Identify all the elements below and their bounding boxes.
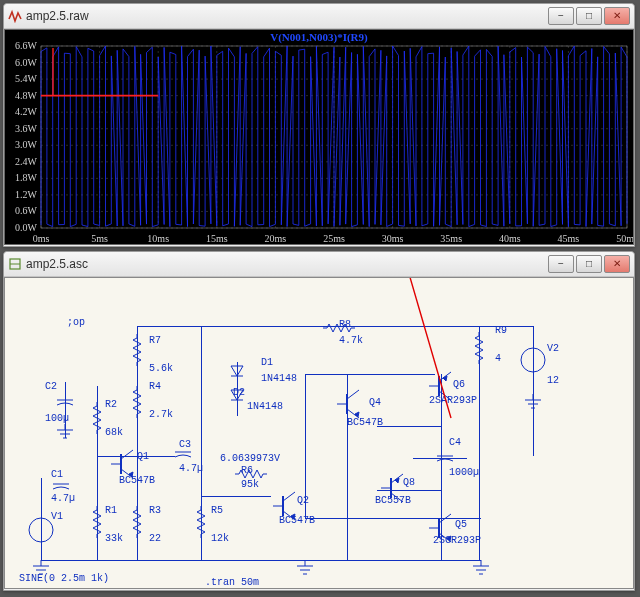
- val-r7: 5.6k: [149, 364, 173, 374]
- val-c4: 1000µ: [449, 468, 479, 478]
- val-q6: 2SAR293P: [429, 396, 477, 406]
- schematic-svg: [5, 278, 633, 589]
- val-r3: 22: [149, 534, 161, 544]
- svg-text:0ms: 0ms: [33, 233, 50, 244]
- ref-c1: C1: [51, 470, 63, 480]
- ref-q2: Q2: [297, 496, 309, 506]
- maximize-button[interactable]: □: [576, 255, 602, 273]
- ref-d1: D1: [261, 358, 273, 368]
- val-r2: 68k: [105, 428, 123, 438]
- ref-r8: R8: [339, 320, 351, 330]
- svg-text:50ms: 50ms: [616, 233, 633, 244]
- svg-text:6.6W: 6.6W: [15, 40, 38, 51]
- ref-r2: R2: [105, 400, 117, 410]
- val-r6: 95k: [241, 480, 259, 490]
- val-q5: 2SCR293P: [433, 536, 481, 546]
- svg-text:1.8W: 1.8W: [15, 172, 38, 183]
- svg-text:V(N001,N003)*I(R9): V(N001,N003)*I(R9): [270, 31, 368, 44]
- val-r9: 4: [495, 354, 501, 364]
- ref-q1: Q1: [137, 452, 149, 462]
- plot-svg: 6.6W6.0W5.4W4.8W4.2W3.6W3.0W2.4W1.8W1.2W…: [5, 30, 633, 244]
- val-r4: 2.7k: [149, 410, 173, 420]
- schematic-titlebar[interactable]: amp2.5.asc − □ ✕: [4, 252, 634, 277]
- svg-line-64: [121, 450, 133, 459]
- svg-text:1.2W: 1.2W: [15, 189, 38, 200]
- svg-line-72: [347, 390, 359, 399]
- plot-canvas[interactable]: 6.6W6.0W5.4W4.8W4.2W3.6W3.0W2.4W1.8W1.2W…: [4, 29, 634, 245]
- svg-text:2.4W: 2.4W: [15, 156, 38, 167]
- ref-v2: V2: [547, 344, 559, 354]
- svg-point-86: [29, 518, 53, 542]
- schematic-icon: [8, 257, 22, 271]
- val-r8: 4.7k: [339, 336, 363, 346]
- val-r5: 12k: [211, 534, 229, 544]
- val-r1: 33k: [105, 534, 123, 544]
- ref-d2: D2: [233, 388, 245, 398]
- svg-text:5ms: 5ms: [91, 233, 108, 244]
- minimize-button[interactable]: −: [548, 7, 574, 25]
- ref-r6: R6: [241, 466, 253, 476]
- val-q8: BC557B: [375, 496, 411, 506]
- svg-text:4.2W: 4.2W: [15, 106, 38, 117]
- ref-r7: R7: [149, 336, 161, 346]
- val-q2: BC547B: [279, 516, 315, 526]
- val-c2: 100µ: [45, 414, 69, 424]
- ref-r4: R4: [149, 382, 161, 392]
- ref-r1: R1: [105, 506, 117, 516]
- schematic-title: amp2.5.asc: [26, 257, 548, 271]
- schematic-canvas[interactable]: ;op .tran 50m 6.0639973V SINE(0 2.5m 1k)…: [4, 277, 634, 589]
- svg-text:6.0W: 6.0W: [15, 57, 38, 68]
- svg-text:0.0W: 0.0W: [15, 222, 38, 233]
- svg-text:3.0W: 3.0W: [15, 139, 38, 150]
- ref-q5: Q5: [455, 520, 467, 530]
- svg-line-68: [283, 492, 295, 501]
- svg-text:25ms: 25ms: [323, 233, 345, 244]
- val-q1: BC547B: [119, 476, 155, 486]
- val-d1: 1N4148: [261, 374, 297, 384]
- plot-titlebar[interactable]: amp2.5.raw − □ ✕: [4, 4, 634, 29]
- svg-text:10ms: 10ms: [147, 233, 169, 244]
- svg-text:15ms: 15ms: [206, 233, 228, 244]
- waveform-icon: [8, 9, 22, 23]
- plot-window[interactable]: amp2.5.raw − □ ✕ 6.6W6.0W5.4W4.8W4.2W3.6…: [3, 3, 635, 247]
- val-c3: 4.7µ: [179, 464, 203, 474]
- ref-c4: C4: [449, 438, 461, 448]
- maximize-button[interactable]: □: [576, 7, 602, 25]
- ref-r9: R9: [495, 326, 507, 336]
- ref-q8: Q8: [403, 478, 415, 488]
- svg-text:5.4W: 5.4W: [15, 73, 38, 84]
- schematic-window[interactable]: amp2.5.asc − □ ✕ ;op .tran 50m 6.0639973…: [3, 251, 635, 591]
- close-button[interactable]: ✕: [604, 255, 630, 273]
- ref-c2: C2: [45, 382, 57, 392]
- svg-text:40ms: 40ms: [499, 233, 521, 244]
- ref-q4: Q4: [369, 398, 381, 408]
- svg-text:3.6W: 3.6W: [15, 123, 38, 134]
- val-q4: BC547B: [347, 418, 383, 428]
- svg-text:0.6W: 0.6W: [15, 205, 38, 216]
- svg-line-84: [439, 514, 451, 523]
- val-v2: 12: [547, 376, 559, 386]
- val-d2: 1N4148: [247, 402, 283, 412]
- svg-text:35ms: 35ms: [440, 233, 462, 244]
- ref-c3: C3: [179, 440, 191, 450]
- svg-text:4.8W: 4.8W: [15, 90, 38, 101]
- close-button[interactable]: ✕: [604, 7, 630, 25]
- ref-v1: V1: [51, 512, 63, 522]
- ref-q6: Q6: [453, 380, 465, 390]
- svg-text:30ms: 30ms: [382, 233, 404, 244]
- plot-title: amp2.5.raw: [26, 9, 548, 23]
- ref-r5: R5: [211, 506, 223, 516]
- minimize-button[interactable]: −: [548, 255, 574, 273]
- svg-text:45ms: 45ms: [558, 233, 580, 244]
- svg-point-87: [521, 348, 545, 372]
- val-c1: 4.7µ: [51, 494, 75, 504]
- svg-text:20ms: 20ms: [265, 233, 287, 244]
- ref-r3: R3: [149, 506, 161, 516]
